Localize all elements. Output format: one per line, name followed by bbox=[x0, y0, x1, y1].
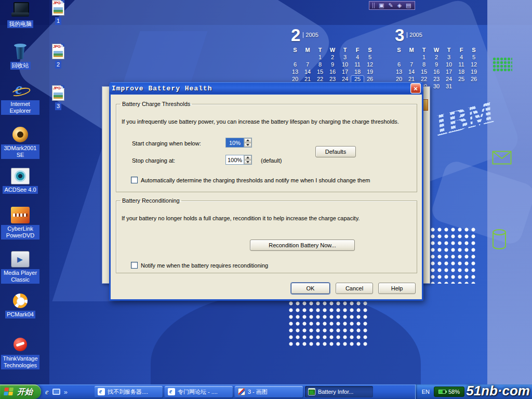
jpg-thumbnail bbox=[54, 51, 63, 57]
desktop-icon-acdsee[interactable]: ACDSee 4.0 bbox=[1, 168, 39, 194]
stop-threshold-value[interactable]: 100% bbox=[226, 155, 244, 164]
calendar-day: 10 bbox=[339, 61, 351, 69]
desktop-icon-media-player-classic[interactable]: Media Player Classic bbox=[1, 251, 39, 284]
calendar-day-header: T bbox=[443, 47, 455, 54]
dialog-titlebar[interactable]: Improve Battery Health × bbox=[109, 82, 423, 95]
desktop[interactable]: IBM ▣ ✎ ◈ ▤ 2 2005 SMTWTFS12345678910111… bbox=[0, 0, 532, 399]
icon-label: ACDSee 4.0 bbox=[3, 186, 37, 194]
acdsee-icon bbox=[11, 168, 30, 184]
desktop-icon-my-computer[interactable]: 我的电脑 bbox=[1, 2, 39, 28]
defaults-button[interactable]: Defaults bbox=[315, 146, 356, 157]
stop-threshold-spinner[interactable]: 100% bbox=[225, 155, 252, 165]
stop-charging-label: Stop charging at: bbox=[132, 157, 175, 164]
grid-decoration bbox=[493, 57, 512, 72]
notify-reconditioning-checkbox-label: Notify me when the battery requires reco… bbox=[141, 262, 268, 269]
auto-threshold-checkbox[interactable] bbox=[131, 177, 138, 183]
calendar-day-header: T bbox=[314, 47, 326, 54]
spin-down-button[interactable] bbox=[244, 160, 251, 165]
calendar-march-2005: 3 2005 SMTWTFS12345678910111213141516171… bbox=[393, 27, 484, 90]
improve-battery-health-dialog: Improve Battery Health × Battery Charge … bbox=[109, 82, 423, 301]
calendar-day: 16 bbox=[326, 69, 339, 76]
calendar-month-number: 3 bbox=[395, 27, 404, 43]
dialog-body: Battery Charge Thresholds If you infrequ… bbox=[111, 95, 422, 299]
desktop-icon-3dmark2001[interactable]: 3DMark2001 SE bbox=[1, 126, 39, 159]
task-button-server-not-found[interactable]: 找不到服务器.... bbox=[95, 386, 163, 397]
group-legend: Battery Reconditioning bbox=[121, 197, 181, 204]
calendar-day: 23 bbox=[430, 76, 443, 83]
toolbar-drag-handle[interactable] bbox=[373, 3, 375, 8]
desktop-icon-jpg-2[interactable]: JPG 2 bbox=[46, 44, 71, 69]
quick-launch-show-desktop-icon[interactable] bbox=[52, 389, 60, 395]
database-cylinder-icon bbox=[491, 229, 507, 250]
calendar-month-header: 2 2005 bbox=[289, 27, 380, 45]
battery-icon bbox=[308, 388, 315, 395]
ibm-logo: IBM bbox=[431, 93, 497, 143]
calendar-day: 2 bbox=[326, 54, 339, 61]
desktop-icon-jpg-1[interactable]: JPG 1 bbox=[46, 0, 71, 25]
start-button[interactable]: 开始 bbox=[0, 384, 41, 399]
battery-charge-thresholds-group: Battery Charge Thresholds If you infrequ… bbox=[116, 101, 417, 192]
start-threshold-value[interactable]: 10% bbox=[226, 138, 244, 147]
calendar-day bbox=[405, 54, 418, 61]
calendar-day-header: W bbox=[326, 47, 339, 54]
quick-launch-ie-icon[interactable]: e bbox=[45, 388, 49, 396]
ie-page-icon bbox=[168, 388, 175, 395]
calendar-day: 1 bbox=[314, 54, 326, 61]
calendar-year: 2005 bbox=[303, 32, 318, 38]
diamond-icon[interactable]: ◈ bbox=[397, 3, 402, 8]
icon-label: Media Player Classic bbox=[1, 269, 39, 284]
ok-button[interactable]: OK bbox=[291, 283, 330, 294]
calendar-day-header: M bbox=[301, 47, 314, 54]
desktop-icon-internet-explorer[interactable]: Internet Explorer bbox=[1, 82, 39, 115]
3dmark-icon bbox=[11, 126, 30, 143]
icon-label: PCMark04 bbox=[5, 311, 35, 318]
help-button[interactable]: Help bbox=[378, 283, 416, 294]
task-button-forum[interactable]: 专门网论坛 - .... bbox=[165, 386, 233, 397]
battery-status-widget[interactable]: 58% bbox=[434, 387, 464, 397]
desktop-icon-thinkvantage[interactable]: ThinkVantage Technologies bbox=[1, 337, 39, 369]
desktop-icon-powerdvd[interactable]: CyberLink PowerDVD bbox=[1, 207, 39, 240]
floating-toolbar[interactable]: ▣ ✎ ◈ ▤ bbox=[369, 1, 415, 10]
notify-reconditioning-checkbox-row: Notify me when the battery requires reco… bbox=[131, 262, 268, 269]
jpg-file-icon: JPG bbox=[52, 0, 64, 16]
watermark: 51nb·com bbox=[466, 383, 530, 399]
quick-launch-chevron-icon[interactable]: » bbox=[64, 388, 68, 396]
jpg-file-icon: JPG bbox=[52, 85, 64, 101]
icon-label: 3 bbox=[55, 102, 61, 110]
desktop-icon-jpg-3[interactable]: JPG 3 bbox=[46, 85, 71, 110]
calendar-day: 15 bbox=[418, 69, 430, 76]
calendar-day: 12 bbox=[468, 61, 480, 69]
monitor-icon[interactable]: ▣ bbox=[379, 3, 384, 8]
pen-icon[interactable]: ✎ bbox=[388, 3, 393, 8]
task-button-battery-information[interactable]: Battery Infor... bbox=[305, 386, 373, 397]
calendar-day: 7 bbox=[405, 61, 418, 69]
document-icon[interactable]: ▤ bbox=[406, 3, 411, 8]
media-player-classic-icon bbox=[11, 251, 30, 268]
language-indicator[interactable]: EN bbox=[422, 389, 430, 395]
icon-label: 1 bbox=[55, 17, 61, 25]
spin-up-button[interactable] bbox=[244, 138, 251, 143]
close-icon[interactable]: × bbox=[410, 83, 421, 94]
calendar-day-header: S bbox=[289, 47, 301, 54]
spin-up-button[interactable] bbox=[244, 155, 251, 160]
icon-label: Internet Explorer bbox=[1, 100, 39, 115]
calendar-february-2005: 2 2005 SMTWTFS12345678910111213141516171… bbox=[289, 27, 380, 90]
calendar-day: 4 bbox=[351, 54, 364, 61]
cancel-button[interactable]: Cancel bbox=[336, 283, 373, 294]
spinner-buttons bbox=[244, 155, 251, 164]
battery-percent: 58% bbox=[448, 389, 460, 395]
calendar-day: 6 bbox=[289, 61, 301, 69]
calendar-day: 5 bbox=[468, 54, 480, 61]
reconditioning-description: If your battery no longer holds a full c… bbox=[122, 215, 360, 221]
desktop-icon-recycle-bin[interactable]: 回收站 bbox=[1, 44, 39, 70]
desktop-icon-pcmark04[interactable]: PCMark04 bbox=[1, 292, 39, 318]
start-threshold-spinner[interactable]: 10% bbox=[225, 138, 252, 148]
recondition-battery-button[interactable]: Recondition Battery Now... bbox=[250, 240, 355, 251]
spinner-buttons bbox=[244, 138, 251, 147]
spin-down-button[interactable] bbox=[244, 143, 251, 148]
task-button-label: 3 - 画图 bbox=[248, 388, 268, 396]
notify-reconditioning-checkbox[interactable] bbox=[131, 262, 138, 269]
task-button-paint[interactable]: 3 - 画图 bbox=[235, 386, 303, 397]
calendar-day: 14 bbox=[405, 69, 418, 76]
ie-page-icon bbox=[98, 388, 105, 395]
